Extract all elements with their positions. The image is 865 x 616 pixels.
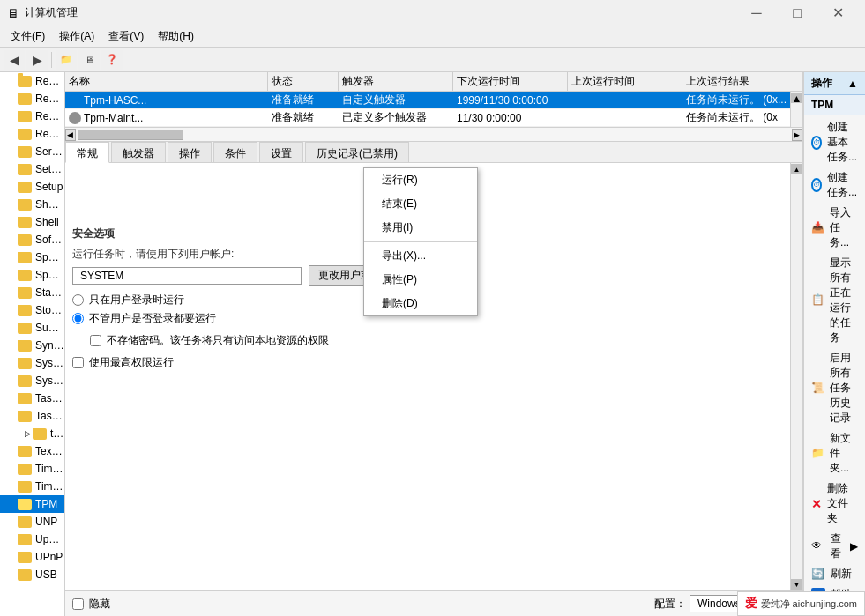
col-header-trigger[interactable]: 触发器 bbox=[339, 72, 453, 91]
maximize-button[interactable]: □ bbox=[777, 0, 817, 26]
scroll-thumb[interactable] bbox=[78, 130, 183, 140]
menu-file[interactable]: 文件(F) bbox=[4, 27, 52, 46]
scroll-right[interactable]: ▶ bbox=[792, 129, 802, 141]
checkbox-highest[interactable]: 使用最高权限运行 bbox=[72, 355, 783, 370]
task-table-header: 名称 状态 触发器 下次运行时间 上次运行时间 上次运行结果 bbox=[65, 72, 802, 92]
sidebar-item-updateorche[interactable]: UpdateOrche... bbox=[0, 531, 64, 548]
right-action-view[interactable]: 👁 查看 ▶ bbox=[804, 529, 865, 564]
toolbar-btn2[interactable]: 🖥 bbox=[78, 50, 100, 70]
close-button[interactable]: ✕ bbox=[817, 0, 858, 26]
checkbox-no-store[interactable]: 不存储密码。该任务将只有访问本地资源的权限 bbox=[72, 333, 783, 348]
sidebar-item-storagetiers[interactable]: Storage Tiers... bbox=[0, 301, 64, 319]
context-menu-disable[interactable]: 禁用(I) bbox=[364, 216, 477, 240]
menu-help[interactable]: 帮助(H) bbox=[151, 27, 201, 46]
sidebar-item-timezone[interactable]: Time Zone bbox=[0, 478, 64, 495]
back-button[interactable]: ◀ bbox=[4, 50, 25, 70]
col-header-status[interactable]: 状态 bbox=[268, 72, 339, 91]
sidebar-item-speech[interactable]: Speech bbox=[0, 266, 64, 284]
right-action-refresh[interactable]: 🔄 刷新 bbox=[804, 564, 865, 584]
sidebar-item-setup[interactable]: Setup bbox=[0, 178, 64, 196]
context-menu-run[interactable]: 运行(R) bbox=[364, 168, 477, 192]
sidebar-item-settingsync[interactable]: SettingSync bbox=[0, 160, 64, 178]
content-scrollbar[interactable]: ▲ ▼ bbox=[790, 163, 802, 590]
right-action-create-basic[interactable]: ⏱ 创建基本任务... bbox=[804, 117, 865, 167]
col-header-next[interactable]: 下次运行时间 bbox=[453, 72, 568, 91]
right-section-header-actions[interactable]: 操作 ▲ bbox=[804, 72, 865, 95]
col-header-name[interactable]: 名称 bbox=[65, 72, 268, 91]
sidebar-item-synccenter[interactable]: SyncCenter bbox=[0, 337, 64, 354]
sidebar-item-shell[interactable]: Shell bbox=[0, 213, 64, 231]
right-action-create-task[interactable]: ⏱ 创建任务... bbox=[804, 167, 865, 203]
menu-action[interactable]: 操作(A) bbox=[52, 27, 101, 46]
right-action-new-folder[interactable]: 📁 新文件夹... bbox=[804, 428, 865, 479]
sidebar-item-sharedpc[interactable]: SharedPC bbox=[0, 196, 64, 213]
sidebar-item-taskmanager[interactable]: Task Manage... bbox=[0, 390, 64, 407]
sidebar-item-remoteapp[interactable]: RemoteApp a... bbox=[0, 108, 64, 125]
tab-history[interactable]: 历史记录(已禁用) bbox=[305, 142, 409, 162]
sidebar-item-tpm[interactable]: TPM bbox=[0, 495, 64, 513]
menu-view[interactable]: 查看(V) bbox=[101, 27, 151, 46]
task-row[interactable]: Tpm-Maint... 准备就绪 已定义多个触发器 11/30 0:00:00… bbox=[65, 109, 790, 127]
scroll-up[interactable]: ▲ bbox=[791, 93, 802, 103]
col-header-last[interactable]: 上次运行时间 bbox=[568, 72, 682, 91]
context-menu-end[interactable]: 结束(E) bbox=[364, 192, 477, 216]
radio-login-only-input[interactable] bbox=[72, 294, 84, 306]
right-action-delete-folder[interactable]: ✕ 删除文件夹 bbox=[804, 479, 865, 529]
sidebar-item-registry[interactable]: Registry bbox=[0, 90, 64, 108]
sidebar-item-unp[interactable]: UNP bbox=[0, 513, 64, 531]
sidebar-item-label: TextServicesF... bbox=[35, 445, 64, 457]
right-action-show-running[interactable]: 📋 显示所有正在运行的任务 bbox=[804, 253, 865, 348]
sidebar-item-recoveryenvir[interactable]: RecoveryEnvir... bbox=[0, 72, 64, 90]
radio-always-label: 不管用户是否登录都要运行 bbox=[89, 311, 216, 326]
tab-conditions[interactable]: 条件 bbox=[213, 142, 257, 162]
context-menu-delete[interactable]: 删除(D) bbox=[364, 292, 477, 315]
context-menu-properties[interactable]: 属性(P) bbox=[364, 268, 477, 292]
forward-button[interactable]: ▶ bbox=[26, 50, 48, 70]
toolbar-btn3[interactable]: ❓ bbox=[101, 50, 123, 70]
tab-settings[interactable]: 设置 bbox=[259, 142, 303, 162]
sidebar-item-systemrestore[interactable]: SystemRestor... bbox=[0, 372, 64, 390]
context-menu-export[interactable]: 导出(X)... bbox=[364, 244, 477, 268]
scroll-up-content[interactable]: ▲ bbox=[791, 164, 802, 174]
sidebar-item-subscription[interactable]: Subscription bbox=[0, 319, 64, 337]
minimize-button[interactable]: ─ bbox=[736, 0, 777, 26]
hide-checkbox-input[interactable] bbox=[72, 598, 84, 610]
sidebar: RecoveryEnvir... Registry RemoteApp a...… bbox=[0, 72, 65, 616]
checkbox-no-store-input[interactable] bbox=[90, 335, 101, 346]
horizontal-scrollbar[interactable]: ◀ ▶ bbox=[65, 128, 802, 142]
task-row[interactable]: Tpm-HASC... 准备就绪 自定义触发器 1999/11/30 0:00:… bbox=[65, 92, 790, 109]
sidebar-item-softwarepro[interactable]: SoftwareProte... bbox=[0, 231, 64, 249]
task-cell-result: 任务尚未运行。 (0x bbox=[682, 109, 790, 126]
hide-checkbox[interactable]: 隐藏 bbox=[72, 597, 110, 612]
right-action-enable-history[interactable]: 📜 启用所有任务历史记录 bbox=[804, 348, 865, 428]
sidebar-item-textservices[interactable]: TextServicesF... bbox=[0, 442, 64, 460]
tab-triggers[interactable]: 触发器 bbox=[111, 142, 166, 162]
sidebar-item-usb[interactable]: USB bbox=[0, 566, 64, 583]
sidebar-item-staterepository[interactable]: StateReposito... bbox=[0, 284, 64, 301]
sidebar-item-taskschedule[interactable]: TaskSchedule... bbox=[0, 407, 64, 425]
scroll-left[interactable]: ◀ bbox=[65, 129, 76, 141]
sidebar-item-servicing[interactable]: Servicing bbox=[0, 143, 64, 160]
sidebar-item-timesync[interactable]: Time Synchro... bbox=[0, 460, 64, 478]
tab-general[interactable]: 常规 bbox=[65, 142, 109, 163]
radio-always-input[interactable] bbox=[72, 313, 84, 324]
sidebar-item-label: SyncCenter bbox=[35, 339, 64, 352]
sidebar-item-label: Time Synchro... bbox=[35, 463, 64, 475]
sidebar-item-upnp[interactable]: UPnP bbox=[0, 548, 64, 566]
sidebar-item-label: SettingSync bbox=[35, 163, 64, 175]
task-list-scrollbar[interactable]: ▲ bbox=[790, 92, 802, 127]
checkbox-highest-input[interactable] bbox=[72, 357, 84, 368]
sidebar-item-spaceport[interactable]: SpacePort bbox=[0, 249, 64, 266]
sidebar-item-termsrv[interactable]: ▷ termsrv bbox=[0, 425, 64, 442]
right-action-import[interactable]: 📥 导入任务... bbox=[804, 203, 865, 253]
sidebar-item-label: Servicing bbox=[35, 145, 64, 158]
scroll-down-content[interactable]: ▼ bbox=[791, 579, 802, 590]
toolbar-btn1[interactable]: 📁 bbox=[56, 50, 77, 70]
sidebar-item-sysmain[interactable]: Sysmain bbox=[0, 354, 64, 372]
sidebar-item-label: Storage Tiers... bbox=[35, 304, 64, 316]
col-header-result[interactable]: 上次运行结果 bbox=[682, 72, 802, 91]
task-cell-result: 任务尚未运行。 (0x... bbox=[682, 92, 790, 108]
task-cell-next: 1999/11/30 0:00:00 bbox=[453, 92, 568, 108]
tab-actions[interactable]: 操作 bbox=[168, 142, 212, 162]
sidebar-item-remoteassist[interactable]: RemoteAssist... bbox=[0, 125, 64, 143]
